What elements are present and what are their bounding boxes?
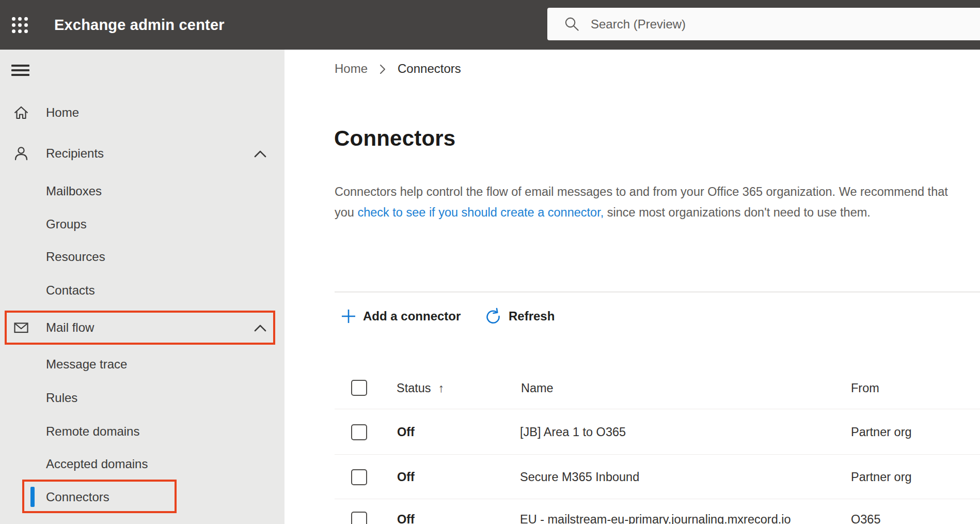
- mail-icon: [13, 319, 29, 336]
- sidebar-item-recipients[interactable]: Recipients: [0, 137, 284, 170]
- cell-name: Secure M365 Inbound: [520, 469, 639, 485]
- sidebar-item-label: Recipients: [46, 137, 104, 170]
- sidebar-item-accepted-domains[interactable]: Accepted domains: [0, 448, 284, 481]
- sidebar-item-label: Mailboxes: [46, 175, 102, 208]
- cell-from: O365: [851, 511, 881, 524]
- refresh-button[interactable]: Refresh: [484, 304, 555, 329]
- add-connector-button[interactable]: Add a connector: [341, 304, 461, 329]
- plus-icon: [341, 309, 356, 324]
- sidebar-item-label: Rules: [46, 381, 77, 414]
- select-row-checkbox[interactable]: [351, 424, 367, 440]
- sidebar-item-label: Resources: [46, 240, 105, 273]
- sidebar-item-label: Connectors: [46, 481, 109, 514]
- nav-collapse-button[interactable]: [9, 60, 32, 82]
- breadcrumb-current: Connectors: [398, 61, 461, 76]
- cell-status: Off: [397, 424, 415, 440]
- sidebar-item-mail-flow[interactable]: Mail flow: [0, 311, 284, 344]
- sort-ascending-icon: ↑: [438, 381, 445, 395]
- app-header: Exchange admin center: [0, 0, 980, 50]
- table-row-divider: [335, 499, 980, 499]
- search-icon: [564, 16, 580, 32]
- create-connector-check-link[interactable]: check to see if you should create a conn…: [357, 206, 604, 219]
- home-icon: [13, 104, 29, 121]
- sidebar-item-label: Home: [46, 96, 79, 129]
- cell-name: EU - mailstream-eu-primary.journaling.mx…: [520, 511, 791, 524]
- table-header-divider: [335, 409, 980, 409]
- sidebar-item-remote-domains[interactable]: Remote domains: [0, 415, 284, 448]
- select-row-checkbox[interactable]: [351, 512, 367, 524]
- search-input[interactable]: [591, 8, 952, 40]
- chevron-up-icon[interactable]: [254, 323, 267, 333]
- column-header-status[interactable]: Status↑: [397, 380, 444, 396]
- person-icon: [13, 145, 29, 162]
- page-description: Connectors help control the flow of emai…: [335, 181, 963, 223]
- global-search-box: [547, 8, 980, 40]
- column-header-label: Status: [397, 381, 431, 395]
- sidebar-item-label: Message trace: [46, 348, 127, 381]
- sidebar-item-resources[interactable]: Resources: [0, 240, 284, 273]
- description-text: since most organizations don't need to u…: [604, 206, 871, 219]
- sidebar-item-rules[interactable]: Rules: [0, 381, 284, 414]
- exchange-admin-center-window: Exchange admin center Home Recipients: [0, 0, 980, 524]
- column-header-from[interactable]: From: [851, 380, 879, 396]
- cell-from: Partner org: [851, 424, 912, 440]
- sidebar-item-home[interactable]: Home: [0, 96, 284, 129]
- selected-item-indicator: [30, 487, 35, 507]
- sidebar-item-groups[interactable]: Groups: [0, 208, 284, 241]
- waffle-icon: [12, 17, 28, 34]
- add-connector-label: Add a connector: [363, 309, 461, 323]
- sidebar-item-contacts[interactable]: Contacts: [0, 274, 284, 307]
- sidebar-item-message-trace[interactable]: Message trace: [0, 348, 284, 381]
- main-content: Home Connectors Connectors Connectors he…: [284, 50, 980, 524]
- sidebar-item-label: Mail flow: [46, 311, 94, 344]
- sidebar-item-label: Accepted domains: [46, 448, 148, 481]
- sidebar-item-connectors[interactable]: Connectors: [0, 481, 284, 514]
- refresh-label: Refresh: [509, 309, 555, 323]
- breadcrumb-home-link[interactable]: Home: [335, 61, 368, 76]
- chevron-up-icon[interactable]: [254, 149, 267, 159]
- page-title: Connectors: [334, 126, 455, 151]
- cell-name: [JB] Area 1 to O365: [520, 424, 626, 440]
- table-row-divider: [335, 454, 980, 455]
- app-launcher-button[interactable]: [7, 12, 33, 38]
- column-header-name[interactable]: Name: [521, 380, 554, 396]
- sidebar-item-label: Contacts: [46, 274, 95, 307]
- cell-from: Partner org: [851, 469, 912, 485]
- sidebar-item-label: Groups: [46, 208, 87, 241]
- left-navigation: Home Recipients Mailboxes Groups Resourc…: [0, 50, 284, 524]
- app-title: Exchange admin center: [54, 0, 225, 50]
- sidebar-item-mailboxes[interactable]: Mailboxes: [0, 175, 284, 208]
- cell-status: Off: [397, 511, 415, 524]
- cell-status: Off: [397, 469, 415, 485]
- select-all-checkbox[interactable]: [351, 380, 367, 396]
- breadcrumb: Home Connectors: [335, 61, 461, 76]
- refresh-icon: [484, 307, 502, 326]
- sidebar-item-label: Remote domains: [46, 415, 139, 448]
- section-divider: [335, 291, 980, 292]
- select-row-checkbox[interactable]: [351, 469, 367, 485]
- chevron-right-icon: [379, 64, 386, 75]
